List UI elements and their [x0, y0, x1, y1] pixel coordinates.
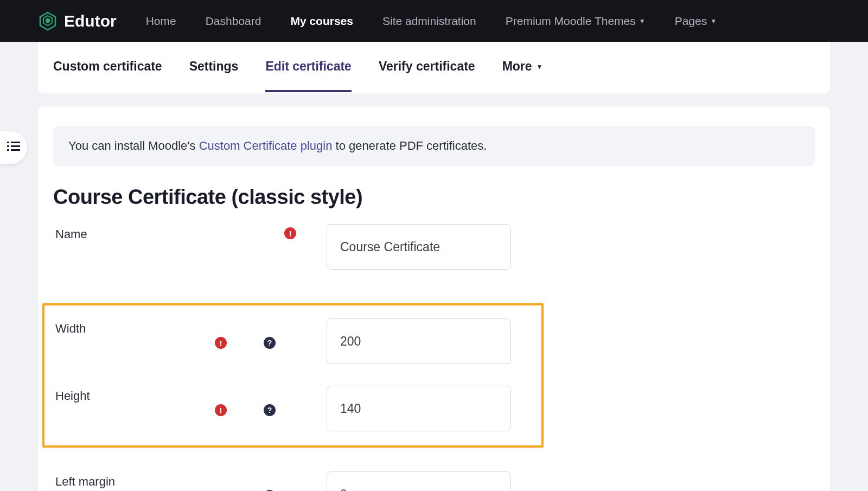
label-width: Width: [55, 318, 213, 336]
info-link[interactable]: Custom Certificate plugin: [199, 139, 333, 152]
required-icon: !: [284, 227, 296, 239]
label-left-margin: Left margin: [55, 471, 213, 489]
highlight-box: Width ! ? Height ! ?: [42, 303, 544, 448]
nav-pages[interactable]: Pages ▼: [675, 15, 717, 28]
row-width: Width ! ?: [44, 318, 541, 364]
brand-logo[interactable]: Edutor: [38, 11, 117, 31]
nav-pages-label: Pages: [675, 15, 707, 28]
info-suffix: to generate PDF certificates.: [332, 139, 487, 152]
svg-marker-2: [46, 18, 50, 23]
row-left-margin: Left margin ?: [53, 471, 815, 491]
required-icon: !: [215, 337, 227, 349]
tab-verify-certificate[interactable]: Verify certificate: [379, 43, 475, 92]
tab-more[interactable]: More ▼: [502, 43, 543, 92]
nav-home[interactable]: Home: [146, 15, 176, 28]
tabs: Custom certificate Settings Edit certifi…: [38, 42, 830, 93]
nav-my-courses[interactable]: My courses: [290, 15, 353, 28]
page-title: Course Certificate (classic style): [53, 186, 815, 209]
nav-premium-themes[interactable]: Premium Moodle Themes ▼: [506, 15, 646, 28]
svg-rect-8: [11, 149, 20, 151]
svg-rect-6: [11, 145, 20, 147]
help-icon[interactable]: ?: [264, 337, 276, 349]
top-navigation: Edutor Home Dashboard My courses Site ad…: [0, 0, 868, 42]
info-prefix: You can install Moodle's: [68, 139, 199, 152]
tab-more-label: More: [502, 59, 532, 74]
row-name: Name !: [53, 224, 815, 270]
svg-rect-7: [7, 149, 9, 151]
brand-name: Edutor: [64, 12, 117, 30]
input-height[interactable]: [327, 386, 511, 431]
svg-rect-3: [7, 142, 9, 143]
list-icon: [7, 142, 20, 154]
svg-rect-4: [11, 142, 20, 143]
indicators-height: ! ?: [213, 386, 327, 416]
label-height: Height: [55, 386, 213, 403]
indicators-width: ! ?: [213, 318, 327, 349]
tab-custom-certificate[interactable]: Custom certificate: [53, 43, 162, 92]
label-name: Name: [55, 224, 213, 241]
chevron-down-icon: ▼: [639, 17, 646, 25]
chevron-down-icon: ▼: [537, 63, 543, 71]
tab-edit-certificate[interactable]: Edit certificate: [265, 43, 352, 92]
input-width[interactable]: [327, 318, 511, 364]
tab-settings[interactable]: Settings: [189, 43, 239, 92]
help-icon[interactable]: ?: [264, 404, 276, 416]
input-name[interactable]: [327, 224, 511, 270]
row-height: Height ! ?: [44, 386, 541, 431]
info-message: You can install Moodle's Custom Certific…: [53, 126, 815, 166]
chevron-down-icon: ▼: [710, 17, 717, 25]
logo-icon: [38, 11, 58, 31]
required-icon: !: [215, 404, 227, 416]
indicators-name: !: [213, 224, 327, 239]
nav-site-administration[interactable]: Site administration: [382, 15, 476, 28]
nav-dashboard[interactable]: Dashboard: [206, 15, 261, 28]
indicators-left-margin: ?: [213, 471, 327, 491]
svg-rect-5: [7, 145, 9, 147]
content-card: You can install Moodle's Custom Certific…: [38, 106, 830, 491]
nav-premium-themes-label: Premium Moodle Themes: [506, 15, 636, 28]
input-left-margin[interactable]: [327, 471, 511, 491]
